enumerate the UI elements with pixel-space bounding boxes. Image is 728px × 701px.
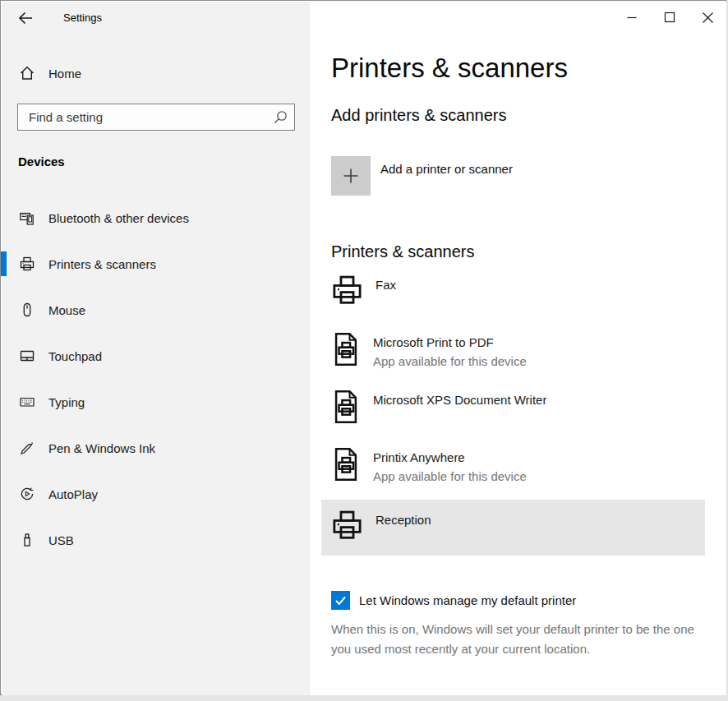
sidebar: Settings Home Devices <box>2 2 310 695</box>
sidebar-item-label: Touchpad <box>48 349 102 363</box>
close-button[interactable] <box>689 2 726 33</box>
sidebar-item-mouse[interactable]: Mouse <box>2 287 310 333</box>
sidebar-item-autoplay[interactable]: AutoPlay <box>2 471 310 517</box>
printer-name: Microsoft XPS Document Writer <box>373 391 546 409</box>
sidebar-item-bluetooth[interactable]: Bluetooth & other devices <box>2 195 310 241</box>
main-panel: Printers & scanners Add printers & scann… <box>310 2 726 695</box>
checkbox-checked[interactable] <box>331 591 350 610</box>
sidebar-nav: Bluetooth & other devices Printers & sca… <box>2 195 310 563</box>
default-printer-toggle[interactable]: Let Windows manage my default printer <box>331 591 576 610</box>
document-printer-icon <box>332 332 360 385</box>
document-printer-icon <box>332 447 360 500</box>
search-input[interactable] <box>18 110 266 124</box>
add-printer-label: Add a printer or scanner <box>380 162 513 196</box>
mouse-icon <box>19 302 35 318</box>
sidebar-item-label: Typing <box>48 395 85 409</box>
printer-status: App available for this device <box>373 352 527 371</box>
back-button[interactable] <box>16 9 35 27</box>
pen-icon <box>19 440 35 456</box>
sidebar-item-home[interactable]: Home <box>19 62 81 84</box>
touchpad-icon <box>19 348 35 364</box>
checkmark-icon <box>334 593 348 607</box>
back-arrow-icon <box>17 11 34 25</box>
sidebar-item-printers[interactable]: Printers & scanners <box>2 241 310 287</box>
sidebar-item-label: Pen & Windows Ink <box>48 441 155 455</box>
printer-name: Fax <box>376 276 396 294</box>
printer-row-fax[interactable]: Fax <box>321 270 705 327</box>
search-icon[interactable] <box>266 109 294 125</box>
window-controls <box>613 2 726 33</box>
search-box <box>17 104 295 131</box>
printers-section-heading: Printers & scanners <box>331 242 475 261</box>
printer-list: Fax Microsoft Print to PDF App avai <box>321 270 705 556</box>
printer-icon <box>332 510 362 556</box>
sidebar-item-label: USB <box>48 533 74 547</box>
settings-window: Settings Home Devices <box>0 0 726 695</box>
printer-icon <box>19 256 35 272</box>
printer-row-printix[interactable]: Printix Anywhere App available for this … <box>321 442 705 500</box>
sidebar-item-label: AutoPlay <box>48 487 98 501</box>
printer-icon <box>332 274 362 327</box>
printer-row-ms-print-to-pdf[interactable]: Microsoft Print to PDF App available for… <box>321 327 705 385</box>
printer-name: Microsoft Print to PDF <box>373 334 527 352</box>
home-icon <box>19 65 35 81</box>
autoplay-icon <box>19 486 35 502</box>
printer-row-ms-xps[interactable]: Microsoft XPS Document Writer <box>321 385 705 442</box>
sidebar-item-touchpad[interactable]: Touchpad <box>2 333 310 379</box>
default-printer-label: Let Windows manage my default printer <box>359 593 576 607</box>
sidebar-item-label: Printers & scanners <box>48 257 156 271</box>
minimize-button[interactable] <box>613 2 651 33</box>
default-printer-description: When this is on, Windows will set your d… <box>331 620 709 658</box>
add-section-heading: Add printers & scanners <box>331 106 506 125</box>
devices-icon <box>19 210 35 226</box>
home-label: Home <box>48 67 81 81</box>
printer-row-reception[interactable]: Reception <box>321 500 705 556</box>
sidebar-item-label: Mouse <box>48 303 85 317</box>
sidebar-item-label: Bluetooth & other devices <box>48 211 189 225</box>
maximize-button[interactable] <box>651 2 689 33</box>
printer-status: App available for this device <box>373 467 527 486</box>
plus-icon <box>331 156 371 196</box>
sidebar-item-usb[interactable]: USB <box>2 517 310 563</box>
sidebar-item-pen[interactable]: Pen & Windows Ink <box>2 425 310 471</box>
selection-accent-bar <box>1 251 7 276</box>
document-printer-icon <box>332 390 360 442</box>
sidebar-section-header: Devices <box>18 154 65 168</box>
app-title: Settings <box>63 12 102 24</box>
printer-name: Reception <box>376 511 431 529</box>
titlebar: Settings <box>2 2 310 35</box>
page-title: Printers & scanners <box>331 53 568 84</box>
add-printer-button[interactable]: Add a printer or scanner <box>331 156 513 196</box>
usb-icon <box>19 532 35 548</box>
keyboard-icon <box>19 394 35 410</box>
sidebar-item-typing[interactable]: Typing <box>2 379 310 425</box>
printer-name: Printix Anywhere <box>373 449 527 467</box>
